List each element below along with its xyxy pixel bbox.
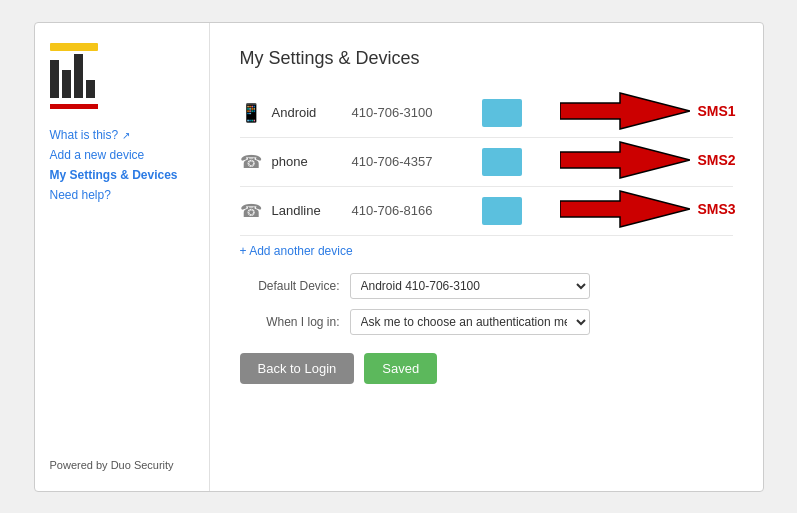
svg-marker-2 <box>560 191 690 227</box>
phone-icon: ☎ <box>240 151 262 173</box>
android-icon: 📱 <box>240 102 262 124</box>
arrow-0 <box>560 91 690 131</box>
add-device-link[interactable]: Add a new device <box>50 148 178 162</box>
device-row: ☎ Landline 410-706-8166 SMS3 <box>240 187 733 236</box>
page-title: My Settings & Devices <box>240 48 733 69</box>
main-content: My Settings & Devices 📱 Android 410-706-… <box>210 23 763 491</box>
device-type-1: phone <box>272 154 342 169</box>
sms-button-2[interactable] <box>482 197 522 225</box>
sms-button-0[interactable] <box>482 99 522 127</box>
when-login-select[interactable]: Ask me to choose an authentication metho… <box>350 309 590 335</box>
action-buttons: Back to Login Saved <box>240 353 733 384</box>
device-row: ☎ phone 410-706-4357 SMS2 <box>240 138 733 187</box>
device-type-2: Landline <box>272 203 342 218</box>
default-device-row: Default Device: Android 410-706-3100 <box>240 273 733 299</box>
when-login-row: When I log in: Ask me to choose an authe… <box>240 309 733 335</box>
svg-marker-0 <box>560 93 690 129</box>
device-row: 📱 Android 410-706-3100 SMS1 <box>240 89 733 138</box>
my-settings-link[interactable]: My Settings & Devices <box>50 168 178 182</box>
landline-icon: ☎ <box>240 200 262 222</box>
default-device-select[interactable]: Android 410-706-3100 <box>350 273 590 299</box>
sms-label-2: SMS3 <box>698 201 736 217</box>
device-list: 📱 Android 410-706-3100 SMS1 ☎ phon <box>240 89 733 236</box>
sidebar: What is this? ↗ Add a new device My Sett… <box>35 23 210 491</box>
external-link-icon: ↗ <box>122 130 130 141</box>
sms-label-1: SMS2 <box>698 152 736 168</box>
back-to-login-button[interactable]: Back to Login <box>240 353 355 384</box>
sms-label-0: SMS1 <box>698 103 736 119</box>
add-another-device-link[interactable]: + Add another device <box>240 244 353 258</box>
arrow-1 <box>560 140 690 180</box>
powered-by-text: Powered by Duo Security <box>50 459 174 471</box>
need-help-link[interactable]: Need help? <box>50 188 178 202</box>
saved-button[interactable]: Saved <box>364 353 437 384</box>
default-device-label: Default Device: <box>240 279 340 293</box>
what-is-this-link[interactable]: What is this? ↗ <box>50 128 178 142</box>
device-number-1: 410-706-4357 <box>352 154 472 169</box>
device-number-2: 410-706-8166 <box>352 203 472 218</box>
device-type-0: Android <box>272 105 342 120</box>
sms-button-1[interactable] <box>482 148 522 176</box>
when-login-label: When I log in: <box>240 315 340 329</box>
nav-links: What is this? ↗ Add a new device My Sett… <box>50 128 178 202</box>
device-number-0: 410-706-3100 <box>352 105 472 120</box>
arrow-2 <box>560 189 690 229</box>
settings-form: Default Device: Android 410-706-3100 Whe… <box>240 273 733 335</box>
svg-marker-1 <box>560 142 690 178</box>
logo-area <box>50 43 100 113</box>
